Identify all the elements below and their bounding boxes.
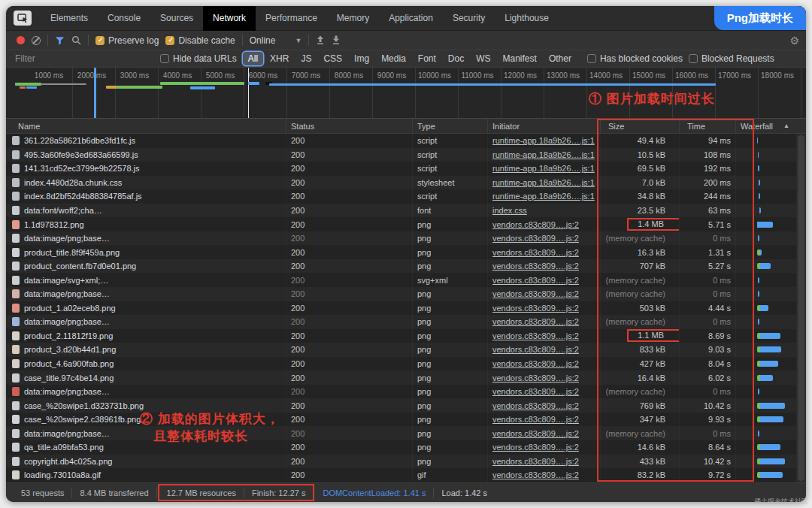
table-row[interactable]: case_%20swipe1.d323731b.png 200 png vend…: [6, 398, 806, 413]
initiator-link[interactable]: vendors.c83c809….js:2: [492, 262, 579, 271]
tab-console[interactable]: Console: [98, 6, 150, 31]
table-row[interactable]: index.4480d28a.chunk.css 200 stylesheet …: [6, 176, 806, 190]
column-header-type[interactable]: Type: [412, 119, 487, 133]
preserve-log-toggle[interactable]: Preserve log: [95, 35, 159, 46]
hide-data-urls-checkbox[interactable]: [160, 54, 169, 63]
initiator-link[interactable]: vendors.c83c809….js:2: [492, 331, 579, 340]
table-row[interactable]: copyright.db4c025a.png 200 png vendors.c…: [6, 455, 806, 469]
initiator-link[interactable]: vendors.c83c809….js:2: [492, 304, 579, 313]
column-header-waterfall[interactable]: Waterfall ▲: [735, 119, 794, 133]
tab-security[interactable]: Security: [443, 6, 495, 31]
initiator-link[interactable]: vendors.c83c809….js:2: [492, 457, 579, 466]
initiator-link[interactable]: vendors.c83c809….js:2: [492, 234, 579, 243]
table-row[interactable]: product_1.a02eceb8.png 200 png vendors.c…: [6, 301, 806, 316]
tab-memory[interactable]: Memory: [327, 6, 379, 31]
export-har-icon[interactable]: [332, 35, 341, 45]
filter-pill-font[interactable]: Font: [413, 52, 441, 65]
table-row[interactable]: data:image/png;base… 200 png vendors.c83…: [6, 385, 806, 399]
filter-pill-xhr[interactable]: XHR: [265, 52, 294, 65]
tab-application[interactable]: Application: [379, 6, 443, 31]
blocked-requests-toggle[interactable]: Blocked Requests: [689, 53, 774, 64]
filter-pill-all[interactable]: All: [243, 52, 263, 65]
table-row[interactable]: 1.1d978312.png 200 png vendors.c83c809….…: [6, 217, 806, 231]
has-blocked-cookies-checkbox[interactable]: [587, 54, 596, 63]
initiator-link[interactable]: vendors.c83c809….js:2: [492, 359, 579, 368]
settings-gear-icon[interactable]: ⚙: [789, 35, 799, 47]
table-row[interactable]: loading.73010a8a.gif 200 gif vendors.c83…: [6, 468, 806, 482]
filter-pill-ws[interactable]: WS: [471, 52, 495, 65]
filter-pill-media[interactable]: Media: [376, 52, 411, 65]
column-header-time[interactable]: Time: [679, 119, 735, 133]
table-row[interactable]: 361.228a58621b6dbe3fd1fc.js 200 script r…: [6, 134, 806, 148]
hide-data-urls-toggle[interactable]: Hide data URLs: [160, 53, 237, 64]
initiator-link[interactable]: runtime-app.18a9b26….js:1: [492, 136, 595, 145]
initiator-link[interactable]: vendors.c83c809….js:2: [492, 345, 579, 354]
initiator-link[interactable]: vendors.c83c809….js:2: [492, 220, 579, 229]
network-overview-timeline[interactable]: ① 图片加载时间过长 1000 ms2000 ms3000 ms4000 ms5…: [6, 68, 806, 119]
tab-lighthouse[interactable]: Lighthouse: [495, 6, 559, 31]
column-header-status[interactable]: Status: [286, 119, 412, 133]
table-row[interactable]: product_3.d20b44d1.png 200 png vendors.c…: [6, 343, 806, 357]
tab-elements[interactable]: Elements: [41, 6, 98, 31]
table-row[interactable]: product_2.11812f19.png 200 png vendors.c…: [6, 329, 806, 343]
filter-icon[interactable]: [55, 36, 65, 45]
tab-network[interactable]: Network: [203, 6, 256, 31]
table-row[interactable]: product_content.fb7d0e01.png 200 png ven…: [6, 259, 806, 274]
table-row[interactable]: case_title.97c4be14.png 200 png vendors.…: [6, 370, 806, 385]
filter-pill-css[interactable]: CSS: [318, 52, 347, 65]
has-blocked-cookies-toggle[interactable]: Has blocked cookies: [587, 53, 683, 64]
initiator-link[interactable]: runtime-app.18a9b26….js:1: [492, 150, 595, 159]
column-header-initiator[interactable]: Initiator: [487, 119, 600, 133]
tab-sources[interactable]: Sources: [150, 6, 203, 31]
filter-pill-manifest[interactable]: Manifest: [498, 52, 542, 65]
initiator-link[interactable]: index.css: [492, 206, 527, 215]
initiator-link[interactable]: vendors.c83c809….js:2: [492, 470, 579, 479]
scrollbar-thumb[interactable]: [798, 135, 804, 481]
preserve-log-checkbox[interactable]: [95, 36, 105, 45]
initiator-link[interactable]: vendors.c83c809….js:2: [492, 443, 579, 452]
clear-icon[interactable]: [32, 36, 41, 45]
initiator-link[interactable]: vendors.c83c809….js:2: [492, 289, 579, 298]
table-row[interactable]: 495.3a60fe9e3ed683a66599.js 200 script r…: [6, 148, 806, 162]
filter-pill-other[interactable]: Other: [544, 52, 577, 65]
disable-cache-toggle[interactable]: Disable cache: [165, 35, 235, 46]
initiator-link[interactable]: vendors.c83c809….js:2: [492, 387, 579, 396]
throttling-dropdown[interactable]: Online ▼: [250, 35, 302, 46]
table-row[interactable]: index.8d2bf52d4b88384785af.js 200 script…: [6, 189, 806, 204]
initiator-link[interactable]: vendors.c83c809….js:2: [492, 317, 579, 326]
disable-cache-checkbox[interactable]: [165, 36, 174, 45]
column-header-name[interactable]: Name: [12, 119, 286, 133]
vertical-scrollbar[interactable]: [796, 134, 806, 482]
initiator-link[interactable]: vendors.c83c809….js:2: [492, 415, 579, 424]
import-har-icon[interactable]: [316, 35, 325, 45]
table-row[interactable]: data:image/png;base… 200 png vendors.c83…: [6, 231, 806, 246]
table-row[interactable]: qa_title.a09bfa53.png 200 png vendors.c8…: [6, 440, 806, 455]
column-header-size[interactable]: Size: [600, 119, 679, 133]
filter-pill-img[interactable]: Img: [349, 52, 374, 65]
table-row[interactable]: case_%20swipe2.c38961fb.png 200 png vend…: [6, 413, 806, 427]
table-row[interactable]: product_title.8f9f459a.png 200 png vendo…: [6, 245, 806, 259]
blocked-requests-checkbox[interactable]: [689, 54, 698, 63]
filter-pill-js[interactable]: JS: [295, 52, 317, 65]
initiator-link[interactable]: vendors.c83c809….js:2: [492, 276, 579, 285]
table-row[interactable]: data:font/woff2;cha… 200 font index.css …: [6, 204, 806, 218]
initiator-link[interactable]: vendors.c83c809….js:2: [492, 248, 579, 257]
record-icon[interactable]: [17, 36, 25, 44]
search-icon[interactable]: [71, 35, 81, 45]
initiator-link[interactable]: vendors.c83c809….js:2: [492, 401, 579, 410]
table-row[interactable]: data:image/svg+xml;… 200 svg+xml vendors…: [6, 273, 806, 287]
filter-pill-doc[interactable]: Doc: [443, 52, 469, 65]
table-row[interactable]: 141.31cd52ec3799e9b22578.js 200 script r…: [6, 162, 806, 176]
table-row[interactable]: data:image/png;base… 200 png vendors.c83…: [6, 315, 806, 329]
filter-input[interactable]: Filter: [15, 53, 154, 64]
initiator-link[interactable]: runtime-app.18a9b26….js:1: [492, 192, 595, 201]
table-row[interactable]: product_4.6a900fab.png 200 png vendors.c…: [6, 357, 806, 371]
initiator-link[interactable]: runtime-app.18a9b26….js:1: [492, 178, 595, 187]
table-row[interactable]: data:image/png;base… 200 png vendors.c83…: [6, 426, 806, 440]
initiator-link[interactable]: vendors.c83c809….js:2: [492, 373, 579, 383]
table-row[interactable]: data:image/png;base… 200 png vendors.c83…: [6, 287, 806, 301]
inspect-element-button[interactable]: [14, 11, 32, 26]
initiator-link[interactable]: runtime-app.18a9b26….js:1: [492, 164, 595, 173]
initiator-link[interactable]: vendors.c83c809….js:2: [492, 429, 579, 438]
tab-performance[interactable]: Performance: [256, 6, 327, 31]
